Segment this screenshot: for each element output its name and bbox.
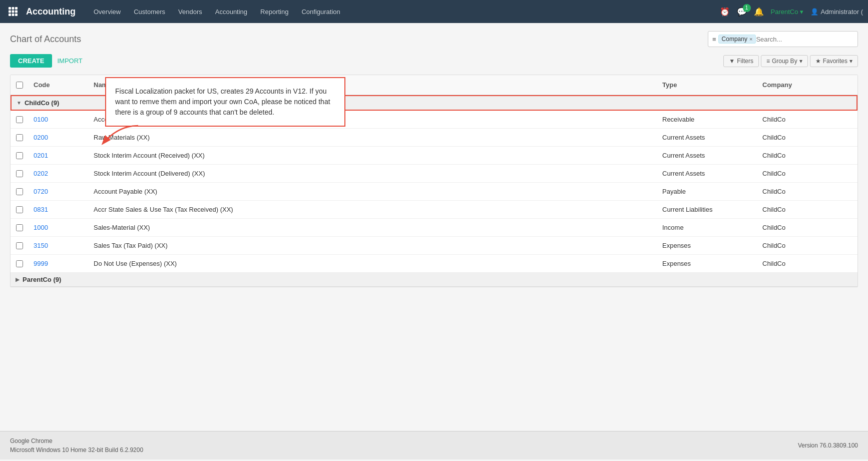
svg-rect-8 bbox=[15, 14, 18, 16]
cell-type: Expenses bbox=[657, 240, 757, 251]
row-checkbox[interactable] bbox=[16, 152, 23, 159]
search-list-icon: ≡ bbox=[712, 36, 716, 43]
row-checkbox[interactable] bbox=[16, 134, 23, 141]
cell-type: Current Assets bbox=[657, 132, 757, 143]
nav-item-overview[interactable]: Overview bbox=[88, 5, 127, 19]
select-all-checkbox[interactable] bbox=[16, 82, 23, 89]
group-by-label: Group By bbox=[772, 58, 797, 65]
cell-company: ChildCo bbox=[757, 240, 857, 251]
group-label-childco: ▼ ChildCo (9) bbox=[12, 99, 90, 107]
svg-rect-7 bbox=[12, 14, 15, 16]
company-filter-tag[interactable]: Company × bbox=[718, 35, 756, 44]
row-checkbox[interactable] bbox=[16, 116, 23, 123]
cell-code[interactable]: 9999 bbox=[29, 258, 89, 269]
bell-icon-btn[interactable]: 🔔 bbox=[754, 7, 764, 17]
cell-name: Account Payable (XX) bbox=[89, 186, 657, 197]
favorites-label: Favorites bbox=[823, 58, 847, 65]
nav-right: ⏰ 💬 1 🔔 ParentCo ▾ 👤 Administrator ( bbox=[720, 7, 863, 17]
tooltip-arrow bbox=[98, 123, 143, 150]
cell-company: ChildCo bbox=[757, 168, 857, 179]
row-checkbox[interactable] bbox=[16, 188, 23, 195]
os-label: Microsoft Windows 10 Home 32-bit Build 6… bbox=[10, 446, 143, 453]
chevron-down-icon: ▾ bbox=[849, 58, 852, 65]
cell-code[interactable]: 0831 bbox=[29, 204, 89, 215]
row-checkbox[interactable] bbox=[16, 242, 23, 249]
svg-rect-0 bbox=[9, 7, 11, 10]
group-label-parentco: ▶ ParentCo (9) bbox=[11, 276, 89, 283]
chevron-down-icon: ▾ bbox=[799, 58, 802, 65]
filters-button[interactable]: ▼ Filters bbox=[723, 55, 759, 67]
tooltip-text: Fiscal Localization packet for US, creat… bbox=[115, 87, 330, 116]
table-row: 0831 Accr State Sales & Use Tax (Tax Rec… bbox=[11, 201, 857, 219]
groupby-icon: ≡ bbox=[766, 58, 770, 65]
table-row: 3150 Sales Tax (Tax Paid) (XX) Expenses … bbox=[11, 237, 857, 255]
page-title: Chart of Accounts bbox=[10, 34, 81, 45]
row-checkbox[interactable] bbox=[16, 260, 23, 267]
app-grid-icon[interactable] bbox=[5, 4, 21, 20]
nav-item-configuration[interactable]: Configuration bbox=[295, 5, 346, 19]
filters-label: Filters bbox=[737, 58, 753, 65]
chevron-down-icon: ▼ bbox=[17, 100, 22, 106]
browser-label: Google Chrome bbox=[10, 437, 143, 444]
svg-rect-5 bbox=[15, 11, 18, 13]
cell-type: Income bbox=[657, 222, 757, 233]
cell-type: Current Assets bbox=[657, 150, 757, 161]
nav-menu: Overview Customers Vendors Accounting Re… bbox=[88, 5, 718, 19]
filter-row: ▼ Filters ≡ Group By ▾ ★ Favorites ▾ bbox=[723, 55, 858, 67]
cell-type: Receivable bbox=[657, 114, 757, 125]
chat-icon-btn[interactable]: 💬 1 bbox=[737, 7, 747, 17]
cell-type: Payable bbox=[657, 186, 757, 197]
cell-code[interactable]: 0201 bbox=[29, 150, 89, 161]
group-by-button[interactable]: ≡ Group By ▾ bbox=[761, 55, 808, 67]
row-checkbox[interactable] bbox=[16, 170, 23, 177]
cell-code[interactable]: 3150 bbox=[29, 240, 89, 251]
nav-item-accounting[interactable]: Accounting bbox=[209, 5, 253, 19]
cell-code[interactable]: 0720 bbox=[29, 186, 89, 197]
cell-code[interactable]: 0100 bbox=[29, 114, 89, 125]
cell-type: Current Liabilities bbox=[657, 204, 757, 215]
table-row: 0202 Stock Interim Account (Delivered) (… bbox=[11, 165, 857, 183]
search-input[interactable] bbox=[756, 36, 840, 43]
cell-code[interactable]: 1000 bbox=[29, 222, 89, 233]
nav-user[interactable]: 👤 Administrator ( bbox=[810, 8, 863, 16]
svg-rect-3 bbox=[9, 11, 11, 13]
cell-code[interactable]: 0202 bbox=[29, 168, 89, 179]
nav-company[interactable]: ParentCo ▾ bbox=[771, 8, 804, 16]
clock-icon-btn[interactable]: ⏰ bbox=[720, 7, 730, 17]
table-row: 0720 Account Payable (XX) Payable ChildC… bbox=[11, 183, 857, 201]
cell-name: Stock Interim Account (Delivered) (XX) bbox=[89, 168, 657, 179]
table-row: 9999 Do Not Use (Expenses) (XX) Expenses… bbox=[11, 255, 857, 273]
row-checkbox[interactable] bbox=[16, 224, 23, 231]
cell-company: ChildCo bbox=[757, 132, 857, 143]
header-company: Company bbox=[757, 79, 857, 91]
cell-type: Current Assets bbox=[657, 168, 757, 179]
nav-item-vendors[interactable]: Vendors bbox=[172, 5, 208, 19]
top-navigation: Accounting Overview Customers Vendors Ac… bbox=[0, 0, 868, 23]
star-icon: ★ bbox=[815, 58, 821, 65]
tooltip-overlay: Fiscal Localization packet for US, creat… bbox=[105, 77, 345, 127]
cell-name: Stock Interim Account (Received) (XX) bbox=[89, 150, 657, 161]
cell-company: ChildCo bbox=[757, 150, 857, 161]
import-button[interactable]: IMPORT bbox=[57, 57, 82, 65]
svg-rect-6 bbox=[9, 14, 11, 16]
svg-rect-2 bbox=[15, 7, 18, 10]
filter-tag-label: Company bbox=[722, 36, 747, 43]
create-button[interactable]: CREATE bbox=[10, 54, 52, 68]
cell-name: Sales Tax (Tax Paid) (XX) bbox=[89, 240, 657, 251]
search-bar[interactable]: ≡ Company × bbox=[708, 31, 858, 47]
header-checkbox-col bbox=[11, 79, 29, 91]
filter-tag-remove[interactable]: × bbox=[749, 36, 752, 42]
group-row-parentco[interactable]: ▶ ParentCo (9) bbox=[11, 273, 857, 287]
cell-company: ChildCo bbox=[757, 114, 857, 125]
nav-item-customers[interactable]: Customers bbox=[128, 5, 171, 19]
table-row: 1000 Sales-Material (XX) Income ChildCo bbox=[11, 219, 857, 237]
row-checkbox[interactable] bbox=[16, 206, 23, 213]
cell-code[interactable]: 0200 bbox=[29, 132, 89, 143]
chat-badge: 1 bbox=[743, 4, 751, 12]
footer-left: Google Chrome Microsoft Windows 10 Home … bbox=[10, 437, 143, 453]
cell-company: ChildCo bbox=[757, 204, 857, 215]
cell-name: Sales-Material (XX) bbox=[89, 222, 657, 233]
nav-item-reporting[interactable]: Reporting bbox=[254, 5, 294, 19]
favorites-button[interactable]: ★ Favorites ▾ bbox=[810, 55, 858, 67]
cell-company: ChildCo bbox=[757, 186, 857, 197]
